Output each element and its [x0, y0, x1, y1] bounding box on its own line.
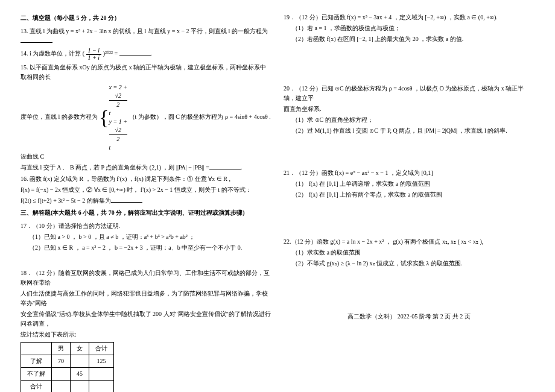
- q17-h: 17．（10 分）请选择恰当的方法证明.: [21, 221, 271, 231]
- cell: [52, 381, 71, 393]
- q21-2: （2） f(x) 在 [0,1] 上恰有两个零点，求实数 a 的取值范围: [284, 190, 534, 200]
- left-brace-icon: {: [99, 107, 109, 128]
- q16-c: f(2t) ≤ f(t+2) + 3t² − 5t − 2 的解集为: [21, 197, 111, 204]
- q14-b: )²⁰²² =: [103, 50, 118, 57]
- q17-1: （1）已知 a > 0 ， b > 0 ，且 a ≠ b ，证明：a³ + b³…: [21, 232, 271, 242]
- q15-l1-num: √2: [109, 92, 127, 101]
- q15-param-eq: { x = 2 + √22 t y = 1 + √22 t: [99, 83, 127, 152]
- q19-2: （2）若函数 f(x) 在区间 [−2, 1] 上的最大值为 20 ，求实数 a…: [284, 34, 534, 44]
- q21-1: （1） f(x) 在 [0,1] 上单调递增，求实数 a 的取值范围: [284, 179, 534, 189]
- cell: [89, 381, 114, 393]
- cell: 125: [89, 355, 114, 368]
- q20-h: 20．（12 分）已知 ⊙C 的极坐标方程为 ρ = 4cosθ ，以极点 O …: [284, 84, 534, 103]
- blank-15: [209, 163, 241, 169]
- q21-h: 21．（12 分）函数 f(x) = eˣ − ax² − x − 1 ，定义域…: [284, 168, 534, 178]
- question-14: 14. i 为虚数单位，计算 ( 1 − i 1 + i )²⁰²² = .: [21, 48, 271, 61]
- table-row: 合计: [21, 381, 114, 393]
- q14-a: 14. i 为虚数单位，计算 (: [21, 50, 84, 57]
- q13-text: 13. 直线 l 为曲线 y = x³ + 2x − 3ln x 的切线，且 l…: [21, 28, 268, 34]
- q15-l1b: t: [109, 109, 127, 118]
- cell: 了解: [21, 355, 52, 368]
- q14-num: 1 − i: [86, 48, 102, 55]
- right-column: 19．（12 分）已知函数 f(x) = x³ − 3ax + 4 ，定义域为 …: [278, 11, 541, 387]
- section-2-title: 二、填空题（每小题 5 分，共 20 分）: [21, 13, 271, 23]
- question-13: 13. 直线 l 为曲线 y = x³ + 2x − 3ln x 的切线，且 l…: [21, 27, 271, 46]
- cell: 合计: [21, 381, 52, 393]
- q18-c: 安全宣传倡议"活动.学校从全体学生中随机抽取了 200 人对"网络安全宣传倡议"…: [21, 309, 271, 329]
- blank-13: [21, 37, 52, 43]
- table-row: 男 女 合计: [21, 343, 114, 355]
- q15-l2a: y = 1 +: [109, 118, 127, 126]
- question-15: 15. 以平面直角坐标系 xOy 的原点为极点 x 轴的正半轴为极轴，建立极坐标…: [21, 63, 271, 172]
- table-row: 了解 70 125: [21, 355, 114, 368]
- q15-l2b: t: [109, 144, 127, 152]
- cell: [52, 368, 71, 381]
- cell: 70: [52, 355, 71, 368]
- table-row: 不了解 45: [21, 368, 114, 381]
- page-root: 二、填空题（每小题 5 分，共 20 分） 13. 直线 l 为曲线 y = x…: [0, 0, 555, 392]
- cell: 不了解: [21, 368, 52, 381]
- cell: [71, 381, 89, 393]
- cell: [89, 368, 114, 381]
- q15-a: 15. 以平面直角坐标系 xOy 的原点为极点 x 轴的正半轴为极轴，建立极坐标…: [21, 63, 271, 82]
- q15-d: 与直线 l 交于 A 、 B 两点，若 P 点的直角坐标为 (2,1) ，则 |…: [21, 164, 209, 171]
- q15-l1a: x = 2 +: [109, 83, 127, 92]
- q20-2: （2）过 M(1,1) 作直线 l 交圆 ⊙C 于 P, Q 两点，且 |PM|…: [284, 126, 534, 136]
- q22-h: 22.（12 分）函数 g(x) = a ln x − 2x + x² ， g(…: [284, 237, 534, 247]
- contingency-table: 男 女 合计 了解 70 125 不了解 45 合计: [21, 342, 114, 392]
- question-20: 20．（12 分）已知 ⊙C 的极坐标方程为 ρ = 4cosθ ，以极点 O …: [284, 84, 534, 136]
- q18-b: 人们生活便捷与高效工作的同时，网络犯罪也日益增多，为了防范网络犯罪与网络诈骗，学…: [21, 289, 271, 308]
- q20-h2: 面直角坐标系.: [284, 104, 534, 114]
- question-16: 16. 函数 f(x) 定义域为 R ，导函数为 f′(x) ，f(x) 满足下…: [21, 174, 271, 206]
- question-22: 22.（12 分）函数 g(x) = a ln x − 2x + x² ， g(…: [284, 237, 534, 268]
- q14-den: 1 + i: [86, 55, 102, 62]
- q18-a: 18．（12 分）随着互联网的发展，网络已成为人们日常学习、工作和生活不可或缺的…: [21, 268, 271, 288]
- q16-a: 16. 函数 f(x) 定义域为 R ，导函数为 f′(x) ，f(x) 满足下…: [21, 174, 271, 184]
- cell: 45: [71, 368, 89, 381]
- th-blank: [21, 343, 52, 355]
- blank-16: [111, 197, 142, 203]
- q15-l1-den: 2: [109, 101, 127, 109]
- cell: [71, 355, 89, 368]
- th-male: 男: [52, 343, 71, 355]
- q15-c: （t 为参数），圆 C 的极坐标方程为 ρ = 4sinθ + 4cosθ . …: [21, 113, 271, 160]
- q20-1: （1）求 ⊙C 的直角坐标方程；: [284, 115, 534, 125]
- th-total: 合计: [89, 343, 114, 355]
- page-footer: 高二数学（文科） 2022-05 阶考 第 2 页 共 2 页: [284, 312, 534, 321]
- q15-l2-num: √2: [109, 126, 127, 135]
- q18-d: 统计结果如下表所示:: [21, 330, 271, 340]
- q17-2: （2）已知 x ∈ R ， a = x² − 2 ， b = −2x + 3 ，…: [21, 243, 271, 253]
- question-21: 21．（12 分）函数 f(x) = eˣ − ax² − x − 1 ，定义域…: [284, 168, 534, 200]
- q16-b: f(x) = f(−x) − 2x 恒成立，② ∀x ∈ [0,+∞) 时， f…: [21, 185, 271, 195]
- question-19: 19．（12 分）已知函数 f(x) = x³ − 3ax + 4 ，定义域为 …: [284, 13, 534, 44]
- left-column: 二、填空题（每小题 5 分，共 20 分） 13. 直线 l 为曲线 y = x…: [14, 11, 278, 387]
- q22-1: （1）求实数 a 的取值范围: [284, 248, 534, 258]
- q19-h: 19．（12 分）已知函数 f(x) = x³ − 3ax + 4 ，定义域为 …: [284, 13, 534, 22]
- question-18: 18．（12 分）随着互联网的发展，网络已成为人们日常学习、工作和生活不可或缺的…: [21, 268, 271, 392]
- q14-fraction: 1 − i 1 + i: [86, 48, 102, 61]
- section-3-title: 三、解答题(本大题共 6 小题，共 70 分，解答应写出文字说明、证明过程或演算…: [21, 208, 271, 218]
- q15-b: 度单位，直线 l 的参数方程为: [21, 113, 98, 120]
- q15-l2-den: 2: [109, 135, 127, 144]
- q19-1: （1）若 a = 1 ，求函数的极值点与极值；: [284, 24, 534, 33]
- q22-2: （2）不等式 g(x₁) ≥ (λ − ln 2) x₂ 恒成立，试求实数 λ …: [284, 259, 534, 268]
- blank-14: [119, 49, 151, 55]
- question-17: 17．（10 分）请选择恰当的方法证明. （1）已知 a > 0 ， b > 0…: [21, 221, 271, 253]
- th-female: 女: [71, 343, 89, 355]
